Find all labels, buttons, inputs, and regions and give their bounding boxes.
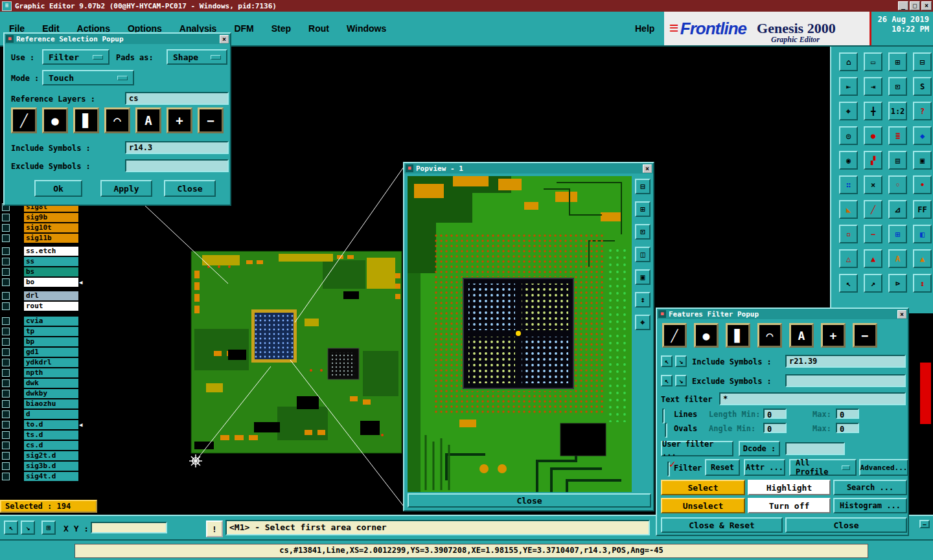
layer-label[interactable]: ss — [24, 257, 78, 266]
feature-type-button[interactable]: ▊ — [726, 323, 750, 348]
layer-label[interactable]: to.d — [24, 420, 78, 429]
alert-button[interactable]: ! — [206, 521, 223, 537]
angle-min-input[interactable]: 0 — [763, 423, 787, 433]
palette-tool-button[interactable]: ↗ — [864, 274, 882, 293]
layer-label[interactable]: bo — [24, 278, 78, 287]
palette-tool-button[interactable]: 1:2 — [888, 102, 907, 120]
layer-row[interactable]: bs — [0, 267, 84, 276]
layer-row[interactable]: ss.etch — [0, 246, 84, 256]
grid-toggle-button[interactable]: ⊞ — [41, 521, 56, 535]
popview-view-button[interactable]: ⌖ — [635, 315, 651, 330]
unselect-button[interactable]: Unselect — [661, 498, 745, 513]
lines-checkbox[interactable] — [662, 409, 665, 423]
layer-label[interactable]: sig3b.d — [24, 462, 78, 471]
feature-type-button[interactable]: ● — [42, 107, 68, 133]
palette-tool-button[interactable]: ? — [913, 102, 932, 120]
popview-close-icon[interactable]: × — [643, 164, 652, 173]
feature-type-button[interactable]: − — [853, 323, 877, 348]
dcode-button[interactable]: Dcode : — [739, 441, 780, 456]
window-control-button[interactable]: □ — [910, 1, 920, 10]
filter-exclude-symbols-input[interactable] — [785, 374, 906, 387]
palette-tool-button[interactable]: ⌂ — [839, 52, 858, 71]
layer-row[interactable]: rout — [0, 301, 84, 311]
palette-tool-button[interactable]: A — [888, 249, 907, 268]
palette-tool-button[interactable]: ◎ — [839, 126, 858, 145]
layer-visibility-checkbox[interactable] — [2, 214, 10, 221]
feature-type-button[interactable]: A — [789, 323, 814, 348]
reference-popup-close-icon[interactable]: × — [220, 35, 229, 43]
symbol-pick-button[interactable]: ↘ — [675, 355, 687, 367]
feature-type-button[interactable]: + — [821, 323, 846, 348]
layer-row[interactable]: cs.d — [0, 440, 84, 450]
text-filter-input[interactable]: * — [719, 392, 906, 405]
close-reset-button[interactable]: Close & Reset — [661, 517, 783, 533]
menu-item[interactable]: Rout — [308, 23, 329, 34]
exclude-symbols-input[interactable] — [125, 159, 229, 172]
layer-visibility-checkbox[interactable] — [2, 234, 10, 242]
length-min-input[interactable]: 0 — [763, 409, 787, 419]
palette-tool-button[interactable]: ⊞ — [888, 52, 907, 71]
palette-tool-button[interactable]: ◉ — [839, 151, 858, 170]
layer-row[interactable]: dwk — [0, 378, 84, 388]
palette-tool-button[interactable]: ▲ — [913, 249, 932, 268]
feature-type-button[interactable]: A — [135, 107, 161, 133]
layer-label[interactable]: rout — [24, 302, 78, 311]
layer-row[interactable]: biaozhu — [0, 399, 84, 409]
palette-tool-button[interactable]: ▲ — [864, 249, 882, 268]
palette-tool-button[interactable]: ⊿ — [888, 200, 907, 219]
layer-label[interactable]: ts.d — [24, 431, 78, 440]
search-button[interactable]: Search ... — [833, 480, 907, 495]
layer-visibility-checkbox[interactable] — [2, 462, 10, 470]
palette-tool-button[interactable]: × — [864, 175, 882, 194]
palette-tool-button[interactable]: ⇥ — [864, 77, 882, 96]
layer-visibility-checkbox[interactable] — [2, 317, 10, 325]
palette-tool-button[interactable]: ↕ — [913, 274, 932, 293]
filter-popup-titlebar[interactable]: ▪ Features Filter Popup × — [657, 309, 908, 319]
layer-row[interactable]: sig10t — [0, 223, 84, 232]
layer-label[interactable]: d — [24, 410, 78, 419]
feature-type-button[interactable]: ◠ — [757, 323, 782, 348]
layer-row[interactable]: sig2t.d — [0, 451, 84, 460]
filter-checkbox[interactable]: ✓ — [667, 462, 670, 476]
layer-row[interactable]: sig11b — [0, 233, 84, 243]
xy-input[interactable] — [91, 522, 167, 533]
layer-row[interactable]: sig3b.d — [0, 461, 84, 471]
layer-row[interactable]: cvia — [0, 316, 84, 326]
layer-row[interactable]: bp — [0, 337, 84, 346]
layer-row[interactable]: ts.d — [0, 430, 84, 440]
layer-visibility-checkbox[interactable] — [2, 369, 10, 377]
angle-max-input[interactable]: 0 — [836, 423, 859, 433]
layer-label[interactable]: gd1 — [24, 348, 78, 357]
popview-view-button[interactable]: ◫ — [635, 247, 651, 262]
reference-popup-menu-icon[interactable]: ▪ — [6, 35, 14, 43]
layer-label[interactable]: npth — [24, 368, 78, 377]
layer-row[interactable]: tp — [0, 326, 84, 336]
window-control-button[interactable]: × — [921, 1, 932, 10]
nav-mode-button[interactable]: ↖ — [4, 521, 18, 535]
layer-visibility-checkbox[interactable] — [2, 224, 10, 232]
layer-visibility-checkbox[interactable] — [2, 379, 10, 387]
layer-visibility-checkbox[interactable] — [2, 247, 10, 255]
layer-row[interactable]: bo ◀ — [0, 277, 84, 287]
layer-row[interactable]: npth — [0, 368, 84, 377]
reference-popup-titlebar[interactable]: ▪ Reference Selection Popup × — [5, 34, 230, 44]
layer-visibility-checkbox[interactable] — [2, 292, 10, 300]
palette-tool-button[interactable]: ⇤ — [839, 77, 858, 96]
layer-row[interactable]: drl — [0, 291, 84, 300]
palette-tool-button[interactable]: ⊡ — [888, 77, 907, 96]
profile-dropdown[interactable]: All Profile — [789, 459, 857, 476]
popview-titlebar[interactable]: ▪ Popview - 1 × — [404, 163, 653, 174]
menu-item-help[interactable]: Help — [635, 23, 654, 34]
layer-label[interactable]: bs — [24, 267, 78, 276]
layer-label[interactable]: cvia — [24, 317, 78, 326]
palette-tool-button[interactable]: ▣ — [913, 151, 932, 170]
popview-menu-icon[interactable]: ▪ — [406, 164, 413, 172]
user-filter-button[interactable]: User filter ... — [661, 441, 733, 456]
filter-close-button[interactable]: Close — [785, 517, 907, 533]
layer-visibility-checkbox[interactable] — [2, 348, 10, 356]
palette-tool-button[interactable]: △ — [839, 249, 858, 268]
menu-item[interactable]: DFM — [234, 23, 253, 34]
palette-tool-button[interactable]: ◦ — [888, 175, 907, 194]
histogram-button[interactable]: Histogram ... — [833, 498, 907, 513]
layer-row[interactable]: sig4t.d — [0, 471, 84, 481]
